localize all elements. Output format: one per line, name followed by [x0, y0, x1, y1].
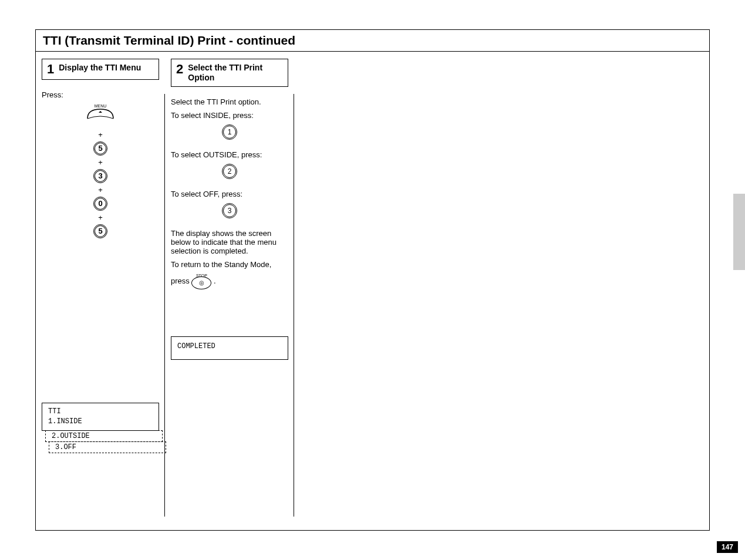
inside-text: To select INSIDE, press:: [171, 111, 288, 120]
section-title-bar: TTI (Transmit Terminal ID) Print - conti…: [36, 30, 709, 52]
page-number-badge: 147: [717, 541, 738, 553]
completion-text-2: To return to the Standy Mode,: [171, 260, 288, 269]
display-completed: COMPLETED: [171, 336, 288, 360]
intro-text: Select the TTI Print option.: [171, 97, 288, 106]
plus-separator: +: [42, 130, 159, 139]
display-title: TTI: [48, 407, 153, 417]
stop-oval: ◎: [191, 276, 211, 289]
menu-key-icon: [86, 107, 115, 122]
key-2-option: 2: [223, 165, 236, 178]
display-menu-stack: TTI 1.INSIDE 2.OUTSIDE 3.OFF: [42, 403, 159, 453]
plus-separator: +: [42, 185, 159, 194]
display-line2: 2.OUTSIDE: [45, 430, 163, 442]
outside-text: To select OUTSIDE, press:: [171, 150, 288, 159]
step-1-number: 1: [47, 63, 54, 76]
step-1-header: 1 Display the TTI Menu: [42, 59, 159, 80]
stop-key-icon: STOP ◎: [191, 274, 211, 289]
press-word: press: [171, 276, 190, 285]
key-5: 5: [93, 141, 107, 156]
key-3-option: 3: [223, 204, 236, 217]
display-main: TTI 1.INSIDE: [42, 403, 159, 431]
section-title: TTI (Transmit Terminal ID) Print - conti…: [43, 33, 702, 48]
key-3: 3: [93, 169, 107, 183]
key-5b: 5: [93, 224, 107, 238]
step-1-column: 1 Display the TTI Menu Press: MENU + 5 +: [36, 59, 165, 453]
off-text: To select OFF, press:: [171, 190, 288, 198]
display-line3: 3.OFF: [49, 441, 166, 453]
stop-label: STOP: [191, 274, 211, 278]
side-tab: [733, 194, 745, 270]
key-sequence: MENU + 5 + 3 + 0 + 5: [42, 104, 159, 238]
display-line1: 1.INSIDE: [48, 417, 153, 427]
step-2-header: 2 Select the TTI Print Option: [171, 59, 288, 87]
press-stop-line: press STOP ◎ .: [171, 274, 288, 289]
step-1-label: Display the TTI Menu: [59, 63, 141, 73]
step-2-column: 2 Select the TTI Print Option Select the…: [165, 59, 294, 453]
plus-separator: +: [42, 213, 159, 222]
press-label: Press:: [42, 90, 159, 99]
step-2-label: Select the TTI Print Option: [188, 63, 283, 83]
key-1-option: 1: [223, 126, 236, 139]
display-completed-text: COMPLETED: [177, 342, 282, 352]
plus-separator: +: [42, 158, 159, 167]
step-2-number: 2: [176, 63, 183, 76]
period: .: [214, 276, 216, 285]
key-0: 0: [93, 197, 107, 211]
completion-text-1: The display shows the screen below to in…: [171, 229, 288, 255]
